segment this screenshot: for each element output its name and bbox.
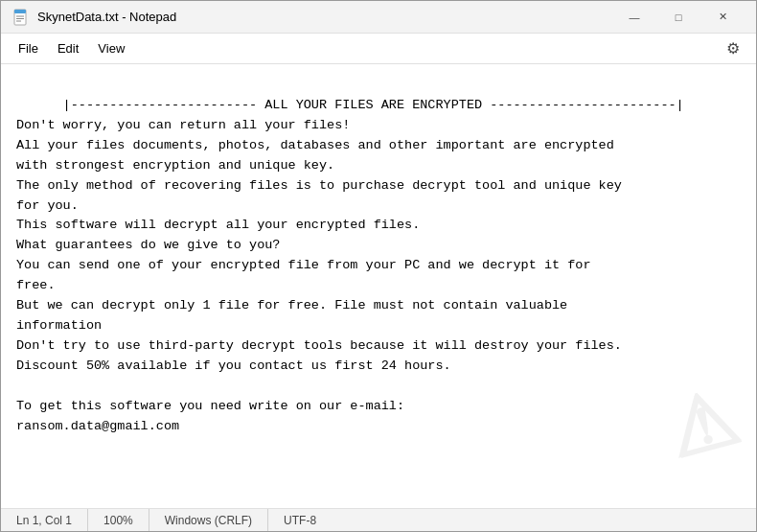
menu-file[interactable]: File	[9, 37, 48, 59]
svg-rect-1	[14, 10, 26, 13]
status-bar: Ln 1, Col 1 100% Windows (CRLF) UTF-8	[1, 508, 756, 531]
menu-edit[interactable]: Edit	[48, 37, 88, 59]
window-title: SkynetData.txt - Notepad	[37, 10, 612, 24]
app-icon	[12, 9, 30, 26]
maximize-button[interactable]: □	[656, 1, 700, 34]
text-content-area[interactable]: ⚠ |------------------------ ALL YOUR FIL…	[1, 64, 756, 508]
zoom-level: 100%	[88, 509, 149, 531]
cursor-position: Ln 1, Col 1	[1, 509, 88, 531]
encoding: UTF-8	[268, 509, 332, 531]
window-controls: — □ ✕	[612, 1, 745, 34]
header-line: |------------------------ ALL YOUR FILES…	[63, 98, 684, 112]
notepad-window: SkynetData.txt - Notepad — □ ✕ File Edit…	[0, 0, 757, 532]
notepad-text: |------------------------ ALL YOUR FILES…	[16, 76, 741, 457]
line-ending: Windows (CRLF)	[149, 509, 268, 531]
settings-icon[interactable]: ⚙	[718, 34, 748, 64]
menu-view[interactable]: View	[88, 37, 134, 59]
minimize-button[interactable]: —	[612, 1, 656, 34]
body-text: Don't worry, you can return all your fil…	[16, 118, 622, 433]
menu-bar: File Edit View ⚙	[1, 34, 756, 64]
close-button[interactable]: ✕	[700, 1, 745, 34]
title-bar: SkynetData.txt - Notepad — □ ✕	[1, 1, 756, 34]
